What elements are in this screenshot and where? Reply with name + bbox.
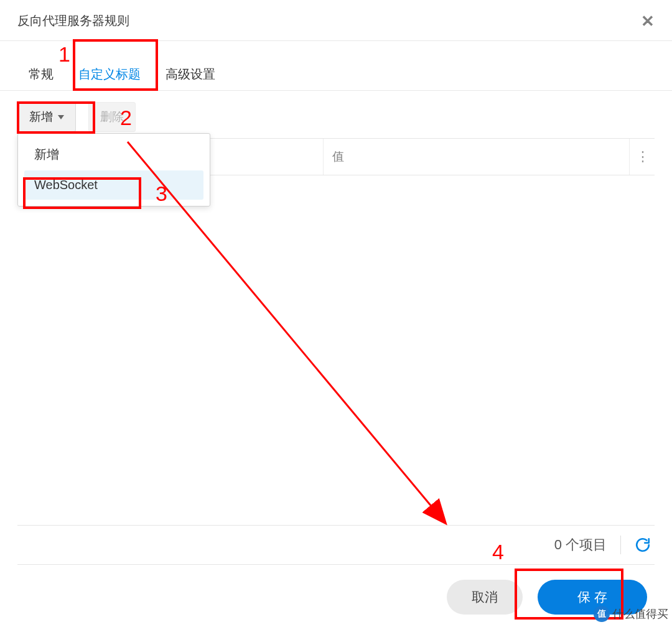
tab-advanced[interactable]: 高级设置 [164, 58, 217, 90]
cancel-button[interactable]: 取消 [447, 580, 523, 615]
watermark: 值 什么值得买 [594, 606, 668, 622]
annotation-label-1: 1 [58, 42, 70, 67]
tab-general[interactable]: 常规 [27, 58, 55, 90]
annotation-label-2: 2 [120, 106, 132, 130]
annotation-label-3: 3 [156, 182, 167, 206]
add-dropdown: 新增 WebSocket [17, 133, 210, 207]
tab-custom-title[interactable]: 自定义标题 [77, 58, 142, 90]
column-header-more-icon[interactable]: ⋮ [630, 139, 655, 175]
dialog-header: 反向代理服务器规则 ✕ [0, 0, 672, 41]
divider [620, 536, 621, 554]
status-bar: 0 个项目 [17, 525, 655, 565]
add-button-label: 新增 [29, 109, 53, 125]
close-icon[interactable]: ✕ [641, 13, 655, 29]
column-header-value: 值 [324, 139, 630, 175]
watermark-badge: 值 [594, 606, 610, 622]
item-count: 0 个项目 [554, 536, 607, 554]
chevron-down-icon [58, 115, 64, 119]
annotation-label-4: 4 [492, 540, 504, 564]
add-button[interactable]: 新增 [17, 102, 76, 132]
dropdown-item-websocket[interactable]: WebSocket [24, 170, 203, 200]
dialog-footer: 取消 保 存 [0, 580, 672, 627]
tabs-bar: 常规 自定义标题 高级设置 [0, 58, 672, 91]
dropdown-title: 新增 [24, 146, 203, 170]
dialog-title: 反向代理服务器规则 [17, 12, 129, 29]
refresh-icon[interactable] [635, 537, 651, 553]
watermark-text: 什么值得买 [612, 606, 668, 621]
toolbar: 新增 删除 新增 WebSocket [0, 91, 672, 138]
